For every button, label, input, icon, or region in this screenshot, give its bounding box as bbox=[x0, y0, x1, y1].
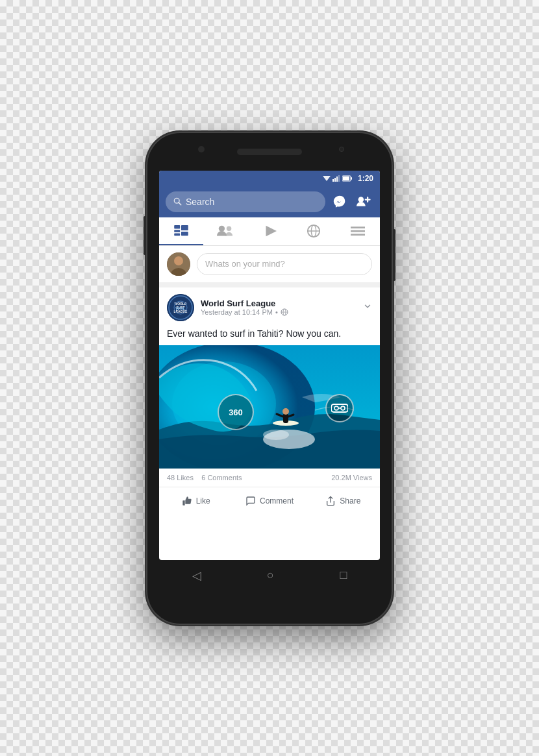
share-label: Share bbox=[340, 496, 360, 506]
svg-rect-6 bbox=[351, 177, 352, 180]
share-button[interactable]: Share bbox=[307, 489, 380, 513]
page-background: 1:20 Search bbox=[0, 0, 539, 756]
svg-point-18 bbox=[219, 226, 225, 232]
feed-post-wsl: WORLD SURF LEAGUE WSL World Surf League … bbox=[159, 287, 380, 515]
post-stats: 48 Likes 6 Comments 20.2M Views bbox=[159, 469, 380, 487]
friend-requests-icon bbox=[357, 195, 372, 209]
svg-marker-0 bbox=[323, 176, 331, 181]
search-bar[interactable]: Search bbox=[166, 191, 325, 212]
svg-rect-14 bbox=[174, 230, 180, 232]
surf-wave-image: 360 bbox=[159, 345, 380, 469]
svg-rect-2 bbox=[334, 178, 336, 182]
post-likes: 48 Likes bbox=[167, 474, 194, 482]
status-bar: 1:20 bbox=[159, 171, 380, 186]
friend-requests-button[interactable] bbox=[355, 193, 373, 211]
svg-rect-15 bbox=[174, 234, 180, 236]
phone-screen: 1:20 Search bbox=[159, 171, 380, 560]
phone-device: 1:20 Search bbox=[146, 132, 393, 625]
post-comments: 6 Comments bbox=[201, 474, 242, 482]
vr-headset-icon bbox=[331, 402, 348, 414]
svg-rect-16 bbox=[181, 225, 188, 230]
messenger-icon bbox=[332, 195, 347, 209]
post-chevron-icon[interactable] bbox=[363, 302, 372, 313]
menu-icon bbox=[351, 226, 365, 236]
videos-icon bbox=[262, 225, 277, 237]
globe-small-icon bbox=[281, 308, 288, 316]
post-privacy-dot: • bbox=[275, 308, 278, 316]
facebook-header: Search bbox=[159, 186, 380, 217]
like-label: Like bbox=[196, 496, 210, 506]
android-recents-button[interactable]: □ bbox=[340, 568, 347, 582]
android-home-button[interactable]: ○ bbox=[267, 568, 274, 582]
post-creation-area: Whats on your mind? bbox=[159, 246, 380, 287]
post-header: WORLD SURF LEAGUE WSL World Surf League … bbox=[159, 287, 380, 325]
nav-tab-discover[interactable] bbox=[292, 217, 336, 245]
post-timestamp: Yesterday at 10:14 PM • bbox=[201, 308, 357, 316]
post-input-placeholder: Whats on your mind? bbox=[205, 259, 285, 269]
like-icon bbox=[182, 496, 192, 506]
page-avatar: WORLD SURF LEAGUE WSL bbox=[167, 294, 194, 321]
wsl-logo: WORLD SURF LEAGUE WSL bbox=[167, 294, 194, 321]
badge-360: 360 bbox=[218, 394, 254, 430]
friends-icon bbox=[217, 225, 234, 238]
svg-rect-46 bbox=[283, 413, 288, 423]
svg-point-28 bbox=[174, 256, 183, 265]
badge-360-text: 360 bbox=[229, 408, 243, 417]
svg-point-47 bbox=[282, 408, 289, 415]
post-time-text: Yesterday at 10:14 PM bbox=[201, 308, 273, 316]
android-navigation-bar: ◁ ○ □ bbox=[159, 560, 380, 591]
nav-tab-videos[interactable] bbox=[247, 217, 292, 245]
comment-icon bbox=[245, 496, 256, 506]
wifi-icon bbox=[323, 175, 331, 182]
post-input[interactable]: Whats on your mind? bbox=[197, 253, 372, 275]
svg-rect-7 bbox=[343, 177, 349, 180]
svg-rect-17 bbox=[181, 232, 188, 236]
svg-rect-4 bbox=[338, 175, 340, 182]
chevron-down-icon bbox=[363, 302, 372, 311]
user-avatar bbox=[167, 252, 190, 276]
svg-point-51 bbox=[334, 406, 338, 410]
vr-badge bbox=[325, 394, 354, 422]
android-back-button[interactable]: ◁ bbox=[192, 568, 201, 583]
comment-button[interactable]: Comment bbox=[232, 489, 306, 513]
nav-tab-friends[interactable] bbox=[203, 217, 247, 245]
messenger-button[interactable] bbox=[331, 193, 349, 211]
status-signal-icons bbox=[323, 175, 353, 182]
selfie-camera bbox=[339, 147, 344, 152]
post-likes-comments: 48 Likes 6 Comments bbox=[167, 474, 242, 482]
like-button[interactable]: Like bbox=[159, 489, 232, 513]
svg-point-19 bbox=[227, 226, 231, 231]
battery-icon bbox=[342, 175, 353, 182]
svg-point-44 bbox=[263, 430, 289, 440]
svg-marker-20 bbox=[266, 226, 277, 237]
status-time: 1:20 bbox=[358, 174, 373, 183]
post-views: 20.2M Views bbox=[331, 474, 372, 482]
svg-point-52 bbox=[341, 406, 345, 410]
post-text: Ever wanted to surf in Tahiti? Now you c… bbox=[159, 325, 380, 346]
comment-label: Comment bbox=[260, 496, 294, 506]
svg-rect-1 bbox=[332, 179, 334, 182]
speaker-grill bbox=[237, 149, 302, 155]
globe-icon bbox=[307, 224, 321, 238]
nav-tab-menu[interactable] bbox=[336, 217, 380, 245]
post-meta: World Surf League Yesterday at 10:14 PM … bbox=[201, 299, 357, 316]
navigation-tabs bbox=[159, 217, 380, 246]
front-camera-icon bbox=[198, 146, 205, 152]
nav-tab-newsfeed[interactable] bbox=[159, 217, 203, 245]
svg-point-10 bbox=[358, 197, 364, 202]
back-icon: ◁ bbox=[192, 569, 201, 582]
user-avatar-image bbox=[167, 252, 190, 276]
post-action-buttons: Like Comment Share bbox=[159, 487, 380, 515]
search-icon bbox=[173, 197, 182, 206]
svg-rect-13 bbox=[174, 225, 180, 228]
search-placeholder-text: Search bbox=[186, 197, 214, 207]
post-author-name[interactable]: World Surf League bbox=[201, 299, 357, 308]
signal-icon bbox=[332, 175, 340, 182]
svg-text:WSL: WSL bbox=[175, 306, 186, 310]
share-icon bbox=[325, 496, 336, 506]
svg-rect-3 bbox=[336, 177, 338, 182]
post-360-image[interactable]: 360 bbox=[159, 345, 380, 469]
svg-line-9 bbox=[179, 202, 181, 205]
newsfeed-icon bbox=[174, 225, 188, 237]
header-action-icons bbox=[331, 193, 373, 211]
